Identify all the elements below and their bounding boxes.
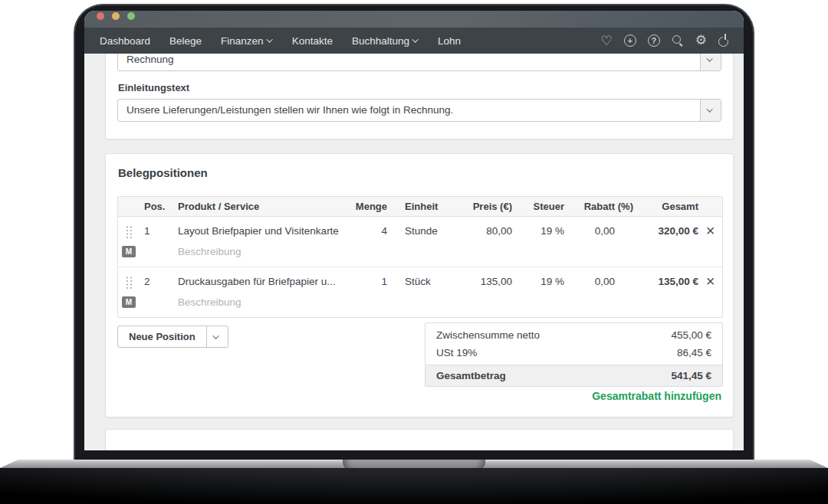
nav-item-buchhaltung[interactable]: Buchhaltung [352,35,419,47]
totals-summary-box: Zwischensumme netto 455,00 € USt 19% 86,… [425,322,723,387]
invoice-editor-page: Rechnung Einleitungstext Unsere Lieferun… [84,54,744,450]
cell-pos: 2 [136,276,178,287]
subtotal-label: Zwischensumme netto [436,329,540,341]
cell-tax[interactable]: 19 % [512,225,564,237]
intro-text-label: Einleitungstext [118,82,189,93]
delete-row-icon[interactable]: × [698,274,722,288]
nav-label: Buchhaltung [352,35,409,47]
minimize-window-dot[interactable] [112,12,120,20]
cell-quantity[interactable]: 4 [349,225,387,237]
description-placeholder[interactable]: Beschreibung [178,296,349,308]
close-window-dot[interactable] [97,12,104,20]
nav-label: Finanzen [221,35,264,47]
delete-row-icon[interactable]: × [698,224,722,237]
cell-pos: 1 [136,225,178,237]
cell-price[interactable]: 80,00 [452,225,512,237]
table-row: 1 Layout Briefpapier und Visitenkarte 4 … [118,217,722,267]
nav-label: Kontakte [292,35,333,47]
grand-total-value: 541,45 € [671,370,711,381]
search-icon[interactable] [672,34,684,47]
col-header-product: Produkt / Service [178,201,349,212]
grand-total-row: Gesamtbetrag 541,45 € [426,365,722,386]
markdown-badge: M [122,246,136,257]
table-header-row: Pos. Produkt / Service Menge Einheit Pre… [118,197,722,217]
window-titlebar [84,11,744,28]
tax-label: USt 19% [436,347,477,358]
cell-price[interactable]: 135,00 [452,276,512,287]
document-header-card: Rechnung Einleitungstext Unsere Lieferun… [105,54,734,139]
col-header-pos: Pos. [136,201,178,212]
col-header-quantity: Menge [349,201,387,212]
cell-product[interactable]: Layout Briefpapier und Visitenkarte [178,225,349,237]
nav-label: Belege [169,35,202,47]
intro-text-value: Unsere Lieferungen/Leistungen stellen wi… [118,100,700,121]
grand-total-label: Gesamtbetrag [436,370,506,381]
positions-card: Belegpositionen Pos. Produkt / Service M… [105,153,734,417]
cell-total: 320,00 € [633,225,698,237]
settings-gear-icon[interactable]: ⚙ [695,34,707,47]
next-section-card [105,429,734,450]
positions-table: Pos. Produkt / Service Menge Einheit Pre… [117,196,723,318]
description-placeholder[interactable]: Beschreibung [178,246,349,257]
subtotal-row: Zwischensumme netto 455,00 € [426,323,722,344]
power-logout-icon[interactable] [718,37,728,47]
cell-tax[interactable]: 19 % [512,276,564,287]
col-header-price: Preis (€) [452,201,512,212]
document-type-value: Rechnung [118,54,700,70]
cell-product[interactable]: Druckausgaben für Briefpapier u... [178,276,349,287]
laptop-base [0,468,828,504]
document-type-select[interactable]: Rechnung [117,54,721,71]
dropdown-arrow-button[interactable] [700,54,721,70]
new-position-label: Neue Position [118,326,206,347]
tax-value: 86,45 € [677,347,711,358]
chevron-down-icon [706,55,712,61]
markdown-badge: M [122,296,136,308]
new-position-button[interactable]: Neue Position [117,326,228,348]
chevron-down-icon [706,106,712,112]
add-plus-icon[interactable]: + [624,34,636,47]
chevron-down-icon [266,36,272,42]
col-header-discount: Rabatt (%) [564,201,633,212]
col-header-total: Gesamt [633,201,698,212]
nav-item-kontakte[interactable]: Kontakte [292,35,333,47]
section-title: Belegpositionen [118,166,208,179]
cell-discount[interactable]: 0,00 [564,276,633,287]
chevron-down-icon [213,332,219,339]
laptop-screen-content: Dashboard Belege Finanzen Kontakte Buchh… [84,11,744,450]
cell-quantity[interactable]: 1 [349,276,387,287]
col-header-tax: Steuer [512,201,564,212]
nav-item-dashboard[interactable]: Dashboard [100,35,150,47]
dropdown-arrow-button[interactable] [700,100,721,121]
cell-unit[interactable]: Stunde [387,225,452,237]
tax-row: USt 19% 86,45 € [426,344,722,365]
col-header-unit: Einheit [387,201,452,212]
drag-handle-icon[interactable] [118,223,136,238]
nav-label: Lohn [438,35,461,47]
cell-discount[interactable]: 0,00 [564,225,633,237]
navbar-icon-group: ♡ + ? ⚙ [601,34,729,47]
new-position-dropdown-button[interactable] [206,326,228,347]
drag-handle-icon[interactable] [118,273,136,289]
add-total-discount-link[interactable]: Gesamtrabatt hinzufügen [592,390,721,402]
chevron-down-icon [412,36,418,42]
nav-label: Dashboard [100,35,150,47]
table-row: 2 Druckausgaben für Briefpapier u... 1 S… [118,267,722,317]
nav-item-finanzen[interactable]: Finanzen [221,35,273,47]
cell-total: 135,00 € [633,276,698,287]
intro-text-select[interactable]: Unsere Lieferungen/Leistungen stellen wi… [117,99,721,122]
cell-unit[interactable]: Stück [387,276,452,287]
help-icon[interactable]: ? [648,34,660,47]
main-navbar: Dashboard Belege Finanzen Kontakte Buchh… [84,28,744,54]
nav-item-lohn[interactable]: Lohn [438,35,461,47]
favorites-heart-icon[interactable]: ♡ [601,35,613,47]
subtotal-value: 455,00 € [671,329,711,341]
maximize-window-dot[interactable] [127,12,135,20]
nav-item-belege[interactable]: Belege [169,35,202,47]
